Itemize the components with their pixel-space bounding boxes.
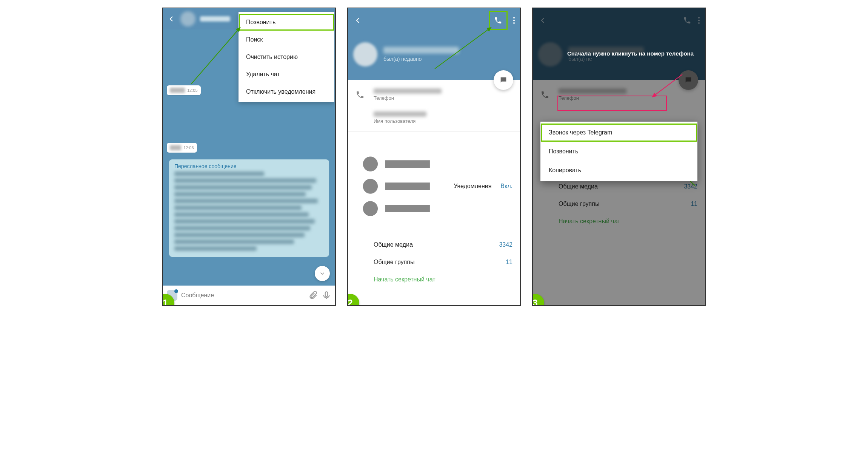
chat-title-blurred <box>200 16 230 22</box>
secret-chat-label: Начать секретный чат <box>374 276 436 283</box>
menu-item-search[interactable]: Поиск <box>239 31 334 48</box>
chat-icon <box>499 76 508 84</box>
scroll-to-bottom-button[interactable] <box>315 266 330 281</box>
phone-icon <box>356 90 365 99</box>
back-icon[interactable] <box>353 16 362 25</box>
username-label: Имя пользователя <box>374 118 512 124</box>
username-blurred <box>374 111 426 117</box>
menu-item-delete-chat[interactable]: Удалить чат <box>239 66 334 83</box>
notifications-label: Уведомления <box>454 183 491 190</box>
shared-media-value: 3342 <box>499 241 512 248</box>
shared-media-label: Общие медиа <box>374 241 499 248</box>
forwarded-message[interactable]: Пересланное сообщение <box>169 159 329 257</box>
menu-item-mute[interactable]: Отключить уведомления <box>239 83 334 100</box>
shared-groups-label: Общие группы <box>374 259 506 266</box>
message-input-bar <box>163 286 335 305</box>
phone-action-popup: Звонок через Telegram Позвонить Копирова… <box>540 122 697 181</box>
secret-chat-row[interactable]: Начать секретный чат <box>348 271 520 288</box>
popup-item-copy[interactable]: Копировать <box>540 161 697 180</box>
popup-item-telegram-call[interactable]: Звонок через Telegram <box>540 123 697 142</box>
forwarded-label: Пересланное сообщение <box>174 163 324 169</box>
phone-label: Телефон <box>374 95 512 101</box>
chevron-down-icon <box>319 270 326 277</box>
shared-media-row[interactable]: Общие медиа 3342 <box>348 236 520 253</box>
svg-line-8 <box>435 27 491 69</box>
attach-icon[interactable] <box>308 290 318 300</box>
svg-point-5 <box>367 160 374 168</box>
phone-number-blurred <box>374 88 442 94</box>
message-content-blurred <box>170 88 185 93</box>
shared-groups-row[interactable]: Общие группы 11 <box>348 253 520 271</box>
shared-groups-value: 11 <box>506 259 512 266</box>
list-icon <box>356 142 445 231</box>
message-input[interactable] <box>181 292 304 299</box>
svg-point-6 <box>367 182 374 190</box>
profile-list: Уведомления Вкл. Общие медиа 3342 Общие … <box>348 134 520 290</box>
popup-item-call[interactable]: Позвонить <box>540 142 697 161</box>
menu-item-clear-history[interactable]: Очистить историю <box>239 48 334 66</box>
panel-step-2: был(а) недавно Телефон Имя пользователя <box>347 8 521 306</box>
step-badge: 2 <box>347 294 359 306</box>
svg-rect-0 <box>325 292 328 297</box>
svg-point-7 <box>367 205 374 212</box>
notifications-value: Вкл. <box>500 183 512 190</box>
annotation-arrow-pink <box>645 73 690 103</box>
avatar[interactable] <box>353 42 377 66</box>
svg-line-9 <box>652 74 682 97</box>
svg-line-1 <box>191 27 240 84</box>
message-content-blurred <box>170 145 181 150</box>
profile-body: Телефон Имя пользователя Уведомления Вкл… <box>348 80 520 294</box>
microphone-icon[interactable] <box>322 290 331 300</box>
annotation-arrow <box>188 23 248 91</box>
panel-step-3: был(а) не Телефон Общие медиа 3342 Общие… <box>532 8 706 306</box>
more-icon[interactable] <box>513 17 515 24</box>
menu-item-call[interactable]: Позвонить <box>239 14 334 31</box>
phone-row[interactable]: Телефон <box>348 83 520 106</box>
overflow-menu: Позвонить Поиск Очистить историю Удалить… <box>239 12 334 102</box>
annotation-arrow <box>431 23 499 76</box>
incoming-message[interactable]: 12:06 <box>167 143 197 153</box>
notifications-row[interactable]: Уведомления Вкл. <box>348 136 520 236</box>
message-time: 12:06 <box>183 145 194 150</box>
annotation-text: Сначала нужно кликнуть на номер телефона <box>567 50 694 57</box>
panel-step-1: 12:05 12:06 Пересланное сообщение <box>162 8 336 306</box>
back-icon[interactable] <box>167 14 176 23</box>
username-row[interactable]: Имя пользователя <box>348 106 520 129</box>
